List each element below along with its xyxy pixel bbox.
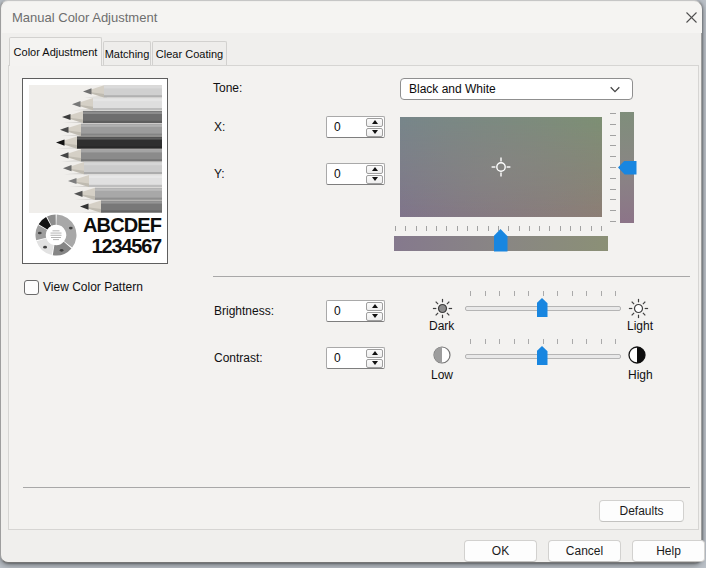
preview-pencils-image <box>29 85 162 213</box>
brightness-label: Brightness: <box>214 304 274 318</box>
preview-image-frame: ABCDEF 1234567 <box>22 78 168 264</box>
tab-color-adjustment[interactable]: Color Adjustment <box>9 37 102 66</box>
tab-matching[interactable]: Matching <box>103 41 151 65</box>
brightness-max-caption: Light <box>627 319 653 333</box>
arrow-up-icon <box>372 304 378 308</box>
help-button[interactable]: Help <box>632 540 705 562</box>
arrow-up-icon <box>372 351 378 355</box>
view-color-pattern-label: View Color Pattern <box>43 280 143 294</box>
y-spin-up-button[interactable] <box>366 165 383 175</box>
contrast-spin-down-button[interactable] <box>366 359 383 369</box>
arrow-down-icon <box>372 314 378 318</box>
arrow-down-icon <box>372 177 378 181</box>
close-button[interactable] <box>678 4 704 31</box>
y-spin-down-button[interactable] <box>366 175 383 185</box>
x-spinner: 0 <box>326 116 385 138</box>
view-color-pattern-row: View Color Pattern <box>24 279 143 295</box>
x-value[interactable]: 0 <box>334 117 341 137</box>
contrast-slider-ticks <box>470 339 616 344</box>
contrast-label: Contrast: <box>214 351 263 365</box>
preview-sample-text: ABCDEF 1234567 <box>83 215 161 257</box>
brightness-spin-up-button[interactable] <box>366 302 383 312</box>
dialog-title: Manual Color Adjustment <box>12 2 157 33</box>
brightness-value[interactable]: 0 <box>334 301 341 321</box>
y-label: Y: <box>214 167 225 181</box>
tone-dropdown-value: Black and White <box>409 82 610 96</box>
close-icon <box>686 12 697 23</box>
brightness-spin-down-button[interactable] <box>366 312 383 322</box>
high-contrast-icon <box>628 346 646 364</box>
arrow-up-icon <box>372 120 378 124</box>
arrow-down-icon <box>372 130 378 134</box>
ok-button[interactable]: OK <box>464 540 537 562</box>
arrow-down-icon <box>372 361 378 365</box>
dark-sun-icon <box>431 297 454 320</box>
sample-letters: ABCDEF <box>83 215 161 236</box>
y-value[interactable]: 0 <box>334 164 341 184</box>
manual-color-adjustment-dialog: Manual Color Adjustment Color Adjustment… <box>0 0 702 563</box>
contrast-min-caption: Low <box>431 368 453 382</box>
chevron-down-icon <box>610 86 620 93</box>
x-spin-up-button[interactable] <box>366 118 383 128</box>
separator-line <box>23 487 690 488</box>
arrow-up-icon <box>372 167 378 171</box>
separator-line <box>213 276 690 277</box>
x-label: X: <box>214 120 225 134</box>
contrast-spinner: 0 <box>326 347 385 369</box>
contrast-value[interactable]: 0 <box>334 348 341 368</box>
light-sun-icon <box>627 297 650 320</box>
tone-dropdown[interactable]: Black and White <box>400 78 633 100</box>
tone-label: Tone: <box>213 81 242 95</box>
low-contrast-icon <box>433 346 451 364</box>
view-color-pattern-checkbox[interactable] <box>24 280 39 295</box>
screen: Manual Color Adjustment Color Adjustment… <box>0 0 706 568</box>
defaults-button[interactable]: Defaults <box>599 500 684 522</box>
color-map-vertical-ticks <box>610 113 616 222</box>
color-map-horizontal-ticks <box>395 226 602 231</box>
brightness-slider-ticks <box>470 291 616 296</box>
titlebar[interactable]: Manual Color Adjustment <box>2 2 702 33</box>
contrast-max-caption: High <box>628 368 653 382</box>
y-spinner: 0 <box>326 163 385 185</box>
contrast-spin-up-button[interactable] <box>366 349 383 359</box>
sample-digits: 1234567 <box>83 236 161 257</box>
brightness-min-caption: Dark <box>429 319 454 333</box>
brightness-spinner: 0 <box>326 300 385 322</box>
color-wheel-icon <box>35 214 77 256</box>
color-map-crosshair[interactable] <box>490 156 512 178</box>
x-spin-down-button[interactable] <box>366 128 383 138</box>
tab-clear-coating[interactable]: Clear Coating <box>152 41 227 65</box>
cancel-button[interactable]: Cancel <box>548 540 621 562</box>
